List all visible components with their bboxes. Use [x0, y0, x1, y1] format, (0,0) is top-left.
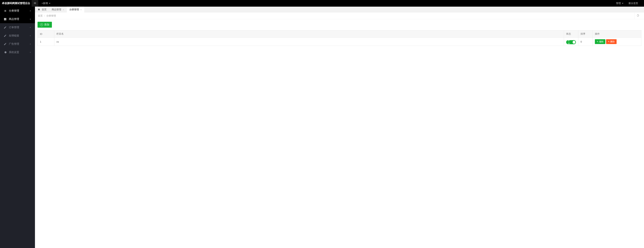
- refresh-button[interactable]: [634, 13, 641, 19]
- close-icon[interactable]: ×: [80, 9, 82, 11]
- edit-button[interactable]: ✎ 编辑: [595, 39, 605, 44]
- tab-strip: 首页 商品管理 × 分类管理 ×: [35, 7, 644, 13]
- home-icon: [38, 8, 40, 11]
- sidebar-item-label: 商品管理: [9, 18, 19, 21]
- front-home-link[interactable]: 前台首页: [626, 0, 641, 7]
- menu-icon: [34, 2, 36, 5]
- plus-circle-icon: +: [40, 23, 43, 26]
- sidebar-item-order[interactable]: 订单管理: [0, 23, 35, 32]
- app-logo: 卓创源码网测试管理后台: [0, 2, 32, 5]
- main-area: 首页 商品管理 × 分类管理 × 首页 / 分类管理 + 添加: [35, 7, 644, 49]
- cell-sort: 0: [578, 38, 593, 46]
- table-header-row: ID 栏目名 状态 排序 操作: [38, 30, 642, 38]
- th-sort: 排序: [578, 30, 593, 38]
- delete-button-label: 删除: [610, 40, 615, 43]
- chevron-right-icon: [30, 26, 31, 29]
- close-icon[interactable]: ×: [63, 9, 64, 11]
- chevron-right-icon: [30, 34, 31, 37]
- status-toggle[interactable]: 开启: [566, 40, 576, 44]
- edit-box-icon: [4, 34, 6, 37]
- edit-box-icon: [4, 26, 6, 29]
- tab-label: 分类管理: [69, 8, 79, 11]
- sidebar-item-label: 订单管理: [9, 26, 19, 29]
- th-name: 栏目名: [54, 30, 564, 38]
- th-id: ID: [38, 30, 54, 38]
- tab-label: 首页: [42, 8, 46, 11]
- add-button-label: 添加: [44, 23, 49, 26]
- admin-label: 管理: [616, 2, 621, 5]
- edit-button-label: 编辑: [599, 40, 604, 43]
- sidebar: 分类管理 商品管理 订单管理 友情链接 广告管理 系统设置: [0, 7, 35, 49]
- sidebar-item-settings[interactable]: 系统设置: [0, 48, 35, 49]
- tab-label: 商品管理: [52, 8, 61, 11]
- breadcrumb-current: 分类管理: [46, 14, 56, 18]
- sidebar-item-label: 友情链接: [9, 34, 19, 37]
- top-header: 卓创源码网测试管理后台 +新增 管理 前台首页: [0, 0, 644, 7]
- add-button[interactable]: + 添加: [38, 22, 52, 28]
- grid-icon: [4, 18, 6, 21]
- toggle-knob-icon: [572, 41, 575, 44]
- top-right-nav: 管理 前台首页: [614, 0, 644, 7]
- table-row: 1 cs 开启 0 ✎ 编辑: [38, 38, 642, 46]
- pencil-icon: ✎: [608, 41, 610, 43]
- tab-product-manage[interactable]: 商品管理 ×: [49, 7, 67, 13]
- chevron-right-icon: [30, 18, 31, 21]
- cell-name: cs: [54, 38, 564, 46]
- add-new-label: +新增: [42, 2, 48, 5]
- delete-button[interactable]: ✎ 删除: [606, 39, 616, 44]
- cell-id: 1: [38, 38, 54, 46]
- refresh-icon: [636, 14, 640, 18]
- category-table: ID 栏目名 状态 排序 操作 1 cs 开启: [38, 30, 642, 46]
- toggle-sidebar-button[interactable]: [32, 0, 38, 7]
- chevron-right-icon: [30, 43, 31, 46]
- breadcrumb-home[interactable]: 首页: [38, 14, 43, 18]
- sidebar-item-advert[interactable]: 广告管理: [0, 40, 35, 48]
- cell-status: 开启: [564, 38, 578, 46]
- edit-box-icon: [4, 43, 6, 46]
- caret-down-icon: [49, 3, 50, 4]
- sidebar-item-product[interactable]: 商品管理: [0, 15, 35, 23]
- sidebar-item-label: 广告管理: [9, 42, 19, 46]
- breadcrumb: 首页 / 分类管理: [35, 13, 644, 19]
- status-toggle-label: 开启: [568, 39, 572, 45]
- chevron-right-icon: [30, 10, 31, 12]
- sidebar-item-label: 分类管理: [9, 9, 19, 13]
- add-new-dropdown[interactable]: +新增: [38, 0, 54, 7]
- caret-down-icon: [622, 3, 624, 4]
- th-ops: 操作: [593, 30, 642, 38]
- sidebar-item-category[interactable]: 分类管理: [0, 7, 35, 15]
- list-icon: [4, 10, 6, 12]
- tab-category-manage[interactable]: 分类管理 ×: [67, 7, 84, 13]
- admin-dropdown[interactable]: 管理: [614, 0, 626, 7]
- front-home-label: 前台首页: [628, 2, 638, 5]
- tab-home[interactable]: 首页: [35, 7, 49, 13]
- cell-ops: ✎ 编辑 ✎ 删除: [593, 38, 642, 46]
- breadcrumb-separator: /: [44, 14, 45, 17]
- content-body: + 添加 ID 栏目名 状态 排序 操作 1 cs: [35, 19, 644, 49]
- th-status: 状态: [564, 30, 578, 38]
- pencil-icon: ✎: [597, 41, 598, 43]
- sidebar-item-friendlink[interactable]: 友情链接: [0, 32, 35, 40]
